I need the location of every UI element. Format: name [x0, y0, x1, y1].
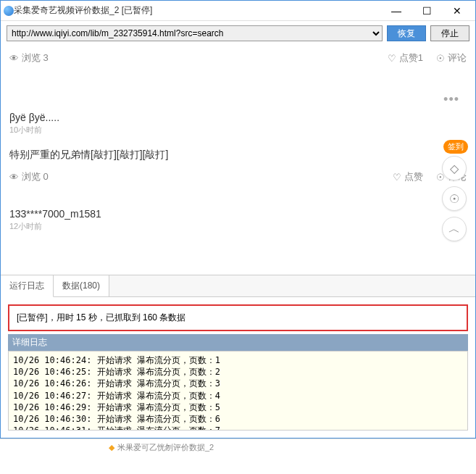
url-input[interactable]: http://www.iqiyi.com/lib/m_232735914.htm…: [7, 25, 383, 41]
like-button[interactable]: ♡ 点赞: [393, 170, 423, 183]
content-area: 👁 浏览 3 ♡ 点赞1 ☉ 评论 ••• βyё βyё..... 10小时前…: [1, 46, 475, 275]
comment-item: βyё βyё..... 10小时前: [1, 107, 475, 137]
status-message: [已暂停]，用时 15 秒，已抓取到 160 条数据: [8, 304, 468, 331]
heart-icon: ♡: [388, 53, 396, 64]
checkin-badge[interactable]: 签到: [443, 140, 468, 154]
chat-icon: ☉: [449, 192, 459, 206]
minimize-button[interactable]: —: [381, 1, 412, 21]
scroll-top-button[interactable]: ︿: [442, 217, 467, 241]
comment-icon: ☉: [436, 53, 445, 64]
status-panel: [已暂停]，用时 15 秒，已抓取到 160 条数据 详细日志 10/26 10…: [1, 297, 475, 438]
detail-log-header: 详细日志: [8, 334, 468, 351]
tab-log[interactable]: 运行日志: [1, 275, 54, 297]
view-count: 👁 浏览 3: [9, 51, 49, 65]
log-output[interactable]: 10/26 10:46:24: 开始请求 瀑布流分页，页数：1 10/26 10…: [8, 351, 468, 431]
chevron-up-icon: ︿: [448, 222, 460, 237]
toolbar: http://www.iqiyi.com/lib/m_232735914.htm…: [1, 21, 475, 46]
user-time: 12小时前: [9, 221, 467, 232]
tabs: 运行日志 数据(180): [1, 275, 475, 297]
comment-text: βyё βyё.....: [9, 112, 467, 123]
stop-button[interactable]: 停止: [430, 25, 469, 41]
titlebar: 采集爱奇艺视频评价数据_2 [已暂停] — ☐ ✕: [1, 1, 475, 21]
view-count: 👁 浏览 0: [9, 170, 49, 183]
more-icon[interactable]: •••: [443, 92, 467, 107]
tag-circle-button[interactable]: ◇: [442, 156, 467, 180]
username: 133****7000_m1581: [9, 208, 467, 220]
tag-icon: ◇: [450, 162, 459, 175]
comment-text: 特别严重的兄弟情[敲打][敲打][敲打]: [9, 149, 467, 162]
close-button[interactable]: ✕: [442, 1, 472, 21]
heart-icon: ♡: [393, 172, 401, 183]
footer-fragment: ◆ 米果爱可乙恍刎评价数据_2: [0, 438, 476, 453]
user-item: 133****7000_m1581 12小时前: [1, 204, 475, 233]
maximize-button[interactable]: ☐: [412, 1, 442, 21]
diamond-icon: ◆: [109, 443, 114, 452]
resume-button[interactable]: 恢复: [387, 25, 426, 41]
app-window: 采集爱奇艺视频评价数据_2 [已暂停] — ☐ ✕ http://www.iqi…: [0, 0, 476, 438]
comment-item: 特别严重的兄弟情[敲打][敲打][敲打]: [1, 144, 475, 165]
comment-button[interactable]: ☉ 评论: [436, 51, 467, 65]
app-icon: [4, 6, 14, 16]
window-title: 采集爱奇艺视频评价数据_2 [已暂停]: [14, 4, 381, 17]
tab-data[interactable]: 数据(180): [54, 275, 109, 296]
chat-circle-button[interactable]: ☉: [442, 186, 467, 211]
like-button[interactable]: ♡ 点赞1: [388, 51, 423, 65]
eye-icon: 👁: [9, 172, 19, 183]
comment-time: 10小时前: [9, 125, 467, 136]
eye-icon: 👁: [9, 53, 19, 64]
